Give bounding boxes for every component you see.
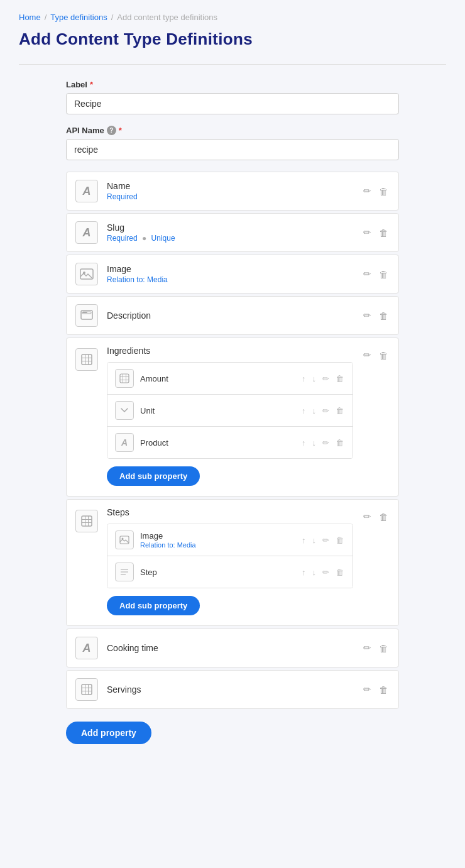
step-text-delete-icon[interactable]: 🗑 xyxy=(334,566,345,578)
steps-image-up-icon[interactable]: ↑ xyxy=(300,534,307,546)
image-edit-icon[interactable]: ✏ xyxy=(362,267,373,281)
name-icon: A xyxy=(75,180,98,202)
servings-delete-icon[interactable]: 🗑 xyxy=(378,683,390,696)
property-cooking-time: A Cooking time ✏ 🗑 xyxy=(66,629,399,667)
servings-label: Servings xyxy=(107,684,353,695)
label-field-label: Label * xyxy=(66,80,399,89)
name-actions: ✏ 🗑 xyxy=(362,184,390,198)
add-property-button[interactable]: Add property xyxy=(66,722,151,744)
amount-icon xyxy=(115,369,134,388)
divider xyxy=(19,64,446,65)
breadcrumb-sep-1: / xyxy=(45,13,47,22)
description-icon xyxy=(75,304,98,327)
unit-edit-icon[interactable]: ✏ xyxy=(321,405,331,417)
unit-label: Unit xyxy=(140,406,294,415)
description-edit-icon[interactable]: ✏ xyxy=(362,309,373,322)
steps-image-info: Image Relation to: Media xyxy=(140,531,294,549)
property-image: Image Relation to: Media ✏ 🗑 xyxy=(66,255,399,294)
page-container: Home / Type definitions / Add content ty… xyxy=(0,0,465,868)
breadcrumb-type-definitions[interactable]: Type definitions xyxy=(50,13,107,22)
steps-image-delete-icon[interactable]: 🗑 xyxy=(334,534,345,546)
steps-icon xyxy=(75,510,98,532)
cooking-time-edit-icon[interactable]: ✏ xyxy=(362,641,373,655)
step-text-info: Step xyxy=(140,568,294,577)
step-text-label: Step xyxy=(140,568,294,577)
ingredients-right-actions: ✏ 🗑 xyxy=(362,346,390,362)
product-info: Product xyxy=(140,438,294,448)
slug-delete-icon[interactable]: 🗑 xyxy=(378,226,390,239)
image-label: Image xyxy=(107,264,353,274)
unit-down-icon[interactable]: ↓ xyxy=(311,405,318,417)
product-edit-icon[interactable]: ✏ xyxy=(321,437,331,449)
sub-amount: Amount ↑ ↓ ✏ 🗑 xyxy=(107,363,353,395)
sub-steps-image: Image Relation to: Media ↑ ↓ ✏ 🗑 xyxy=(107,524,353,556)
ingredients-edit-icon[interactable]: ✏ xyxy=(362,348,373,362)
product-down-icon[interactable]: ↓ xyxy=(311,437,318,449)
svg-rect-25 xyxy=(82,684,92,695)
step-text-edit-icon[interactable]: ✏ xyxy=(321,566,331,578)
amount-actions: ↑ ↓ ✏ 🗑 xyxy=(300,373,345,385)
api-name-help-icon[interactable]: ? xyxy=(107,126,116,135)
steps-delete-icon[interactable]: 🗑 xyxy=(378,510,390,524)
name-label: Name xyxy=(107,181,353,191)
breadcrumb-sep-2: / xyxy=(111,13,114,22)
steps-body: Steps Image xyxy=(107,507,353,618)
breadcrumb-current: Add content type definitions xyxy=(117,13,217,22)
step-text-up-icon[interactable]: ↑ xyxy=(300,566,307,578)
step-text-actions: ↑ ↓ ✏ 🗑 xyxy=(300,566,345,578)
svg-rect-15 xyxy=(82,516,92,526)
unit-delete-icon[interactable]: 🗑 xyxy=(334,405,345,417)
breadcrumb-home[interactable]: Home xyxy=(19,13,41,22)
svg-rect-5 xyxy=(82,354,92,365)
steps-edit-icon[interactable]: ✏ xyxy=(362,510,373,524)
sub-step-text: Step ↑ ↓ ✏ 🗑 xyxy=(107,556,353,588)
steps-sub-properties: Image Relation to: Media ↑ ↓ ✏ 🗑 xyxy=(107,524,353,588)
ingredients-delete-icon[interactable]: 🗑 xyxy=(378,349,390,362)
slug-meta: Required ● Unique xyxy=(107,234,353,243)
slug-info: Slug Required ● Unique xyxy=(107,222,353,243)
svg-rect-20 xyxy=(120,536,129,544)
cooking-time-icon: A xyxy=(75,637,98,659)
servings-edit-icon[interactable]: ✏ xyxy=(362,683,373,696)
description-info: Description xyxy=(107,310,353,321)
api-name-field-group: API Name ? * xyxy=(66,126,399,160)
label-field-group: Label * xyxy=(66,80,399,114)
description-delete-icon[interactable]: 🗑 xyxy=(378,309,390,322)
slug-actions: ✏ 🗑 xyxy=(362,226,390,239)
ingredients-header: Ingredients xyxy=(67,338,398,496)
slug-icon: A xyxy=(75,221,98,244)
product-up-icon[interactable]: ↑ xyxy=(300,437,307,449)
unit-up-icon[interactable]: ↑ xyxy=(300,405,307,417)
steps-image-actions: ↑ ↓ ✏ 🗑 xyxy=(300,534,345,546)
steps-image-down-icon[interactable]: ↓ xyxy=(311,534,318,546)
name-delete-icon[interactable]: 🗑 xyxy=(378,185,390,198)
breadcrumb: Home / Type definitions / Add content ty… xyxy=(19,13,446,22)
api-name-input[interactable] xyxy=(66,139,399,160)
product-icon: A xyxy=(115,433,134,452)
slug-edit-icon[interactable]: ✏ xyxy=(362,226,373,239)
label-input[interactable] xyxy=(66,93,399,114)
name-edit-icon[interactable]: ✏ xyxy=(362,184,373,198)
property-slug: A Slug Required ● Unique ✏ 🗑 xyxy=(66,213,399,252)
api-name-required: * xyxy=(119,126,122,135)
step-text-down-icon[interactable]: ↓ xyxy=(311,566,318,578)
unit-actions: ↑ ↓ ✏ 🗑 xyxy=(300,405,345,417)
steps-image-meta: Relation to: Media xyxy=(140,541,294,549)
amount-delete-icon[interactable]: 🗑 xyxy=(334,373,345,385)
amount-down-icon[interactable]: ↓ xyxy=(311,373,318,385)
steps-image-edit-icon[interactable]: ✏ xyxy=(321,534,331,546)
form-section: Label * API Name ? * xyxy=(66,80,399,160)
ingredients-icon xyxy=(75,348,98,371)
image-info: Image Relation to: Media xyxy=(107,264,353,284)
amount-info: Amount xyxy=(140,374,294,383)
add-sub-property-steps-button[interactable]: Add sub property xyxy=(107,596,200,615)
cooking-time-delete-icon[interactable]: 🗑 xyxy=(378,642,390,655)
amount-edit-icon[interactable]: ✏ xyxy=(321,373,331,385)
product-delete-icon[interactable]: 🗑 xyxy=(334,437,345,449)
image-delete-icon[interactable]: 🗑 xyxy=(378,268,390,281)
product-label: Product xyxy=(140,438,294,448)
amount-up-icon[interactable]: ↑ xyxy=(300,373,307,385)
add-sub-property-ingredients-button[interactable]: Add sub property xyxy=(107,466,200,486)
component-ingredients: Ingredients xyxy=(66,338,399,497)
api-name-field-label: API Name ? * xyxy=(66,126,399,135)
